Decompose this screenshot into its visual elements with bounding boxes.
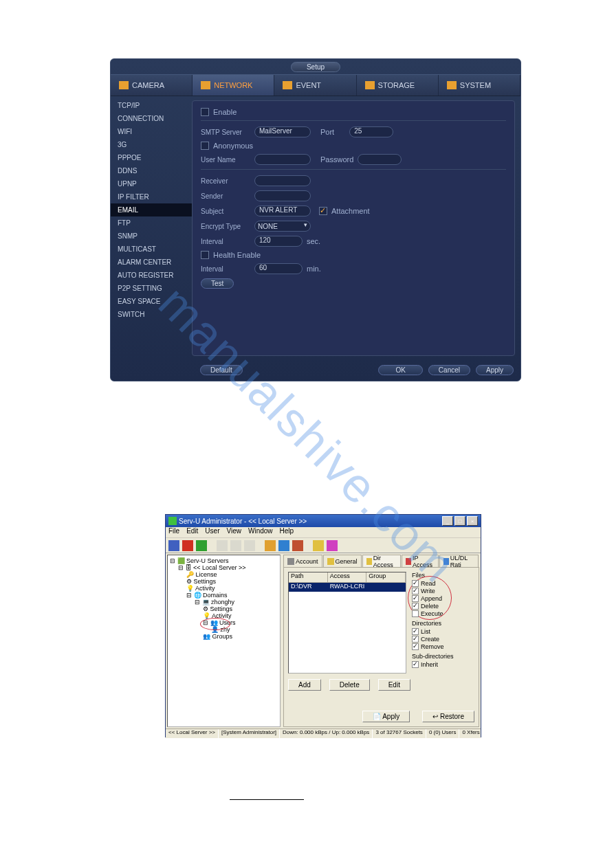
tab-system[interactable]: SYSTEM bbox=[439, 75, 520, 96]
sidebar-item-upnp[interactable]: UPNP bbox=[111, 177, 192, 190]
tree-activity[interactable]: 💡 Activity bbox=[170, 585, 278, 592]
execute-checkbox[interactable] bbox=[412, 610, 419, 617]
tree-settings[interactable]: ⚙ Settings bbox=[170, 578, 278, 585]
tree-groups[interactable]: 👥 Groups bbox=[170, 633, 278, 640]
sidebar-item-multicast[interactable]: MULTICAST bbox=[111, 243, 192, 256]
port-input[interactable]: 25 bbox=[349, 126, 393, 137]
write-checkbox[interactable] bbox=[412, 588, 419, 594]
sidebar-item-autoregister[interactable]: AUTO REGISTER bbox=[111, 269, 192, 282]
password-label: Password bbox=[320, 155, 353, 164]
create-checkbox[interactable] bbox=[412, 636, 419, 643]
col-path[interactable]: Path bbox=[289, 572, 328, 582]
tree-users[interactable]: ⊟ 👥 Users bbox=[170, 619, 278, 626]
paste-icon[interactable] bbox=[244, 540, 255, 551]
inherit-checkbox[interactable] bbox=[412, 661, 419, 668]
sidebar-item-3g[interactable]: 3G bbox=[111, 138, 192, 151]
key-icon[interactable] bbox=[313, 540, 324, 551]
attachment-checkbox[interactable] bbox=[319, 207, 327, 215]
delete-button[interactable]: Delete bbox=[329, 679, 370, 691]
cancel-button[interactable]: Cancel bbox=[428, 365, 470, 375]
cell-group bbox=[366, 583, 406, 592]
menu-window[interactable]: Window bbox=[248, 527, 273, 537]
interval2-input[interactable]: 60 bbox=[254, 263, 303, 274]
copy-icon[interactable] bbox=[230, 540, 241, 551]
tab-diraccess[interactable]: Dir Access bbox=[362, 555, 401, 567]
apply-button-servu[interactable]: 📄 Apply bbox=[362, 711, 410, 722]
tree-user1[interactable]: 👤 zhy bbox=[170, 626, 278, 633]
tab-general[interactable]: General bbox=[323, 555, 362, 567]
default-button[interactable]: Default bbox=[200, 365, 243, 375]
sidebar-item-p2p[interactable]: P2P SETTING bbox=[111, 282, 192, 295]
tree-localserver[interactable]: ⊟ 🗄 << Local Server >> bbox=[170, 564, 278, 571]
sender-input[interactable] bbox=[254, 190, 311, 201]
menu-help[interactable]: Help bbox=[280, 527, 294, 537]
col-group[interactable]: Group bbox=[366, 572, 406, 582]
tree-d-activity[interactable]: 💡 Activity bbox=[170, 612, 278, 619]
path-list[interactable]: Path Access Group D:\DVR RWAD-LCRI bbox=[288, 572, 406, 674]
info-icon[interactable] bbox=[278, 540, 289, 551]
interval1-input[interactable]: 120 bbox=[254, 236, 303, 247]
sidebar-item-snmp[interactable]: SNMP bbox=[111, 230, 192, 243]
sidebar-item-pppoe[interactable]: PPPOE bbox=[111, 151, 192, 164]
tab-event[interactable]: EVENT bbox=[274, 75, 356, 96]
delete-icon[interactable] bbox=[182, 540, 193, 551]
sidebar-item-ftp[interactable]: FTP bbox=[111, 216, 192, 230]
help-icon[interactable] bbox=[327, 540, 338, 551]
sidebar-item-wifi[interactable]: WIFI bbox=[111, 125, 192, 138]
menu-edit[interactable]: Edit bbox=[186, 527, 198, 537]
remove-checkbox[interactable] bbox=[412, 643, 419, 650]
sidebar-item-switch[interactable]: SWITCH bbox=[111, 308, 192, 321]
menu-file[interactable]: File bbox=[168, 527, 179, 537]
tree-domain1[interactable]: ⊟ 💻 zhonghy bbox=[170, 599, 278, 605]
servu-tree[interactable]: ⊟ 🟩 Serv-U Servers ⊟ 🗄 << Local Server >… bbox=[167, 555, 281, 727]
save-icon[interactable] bbox=[168, 540, 179, 551]
tab-network[interactable]: NETWORK bbox=[193, 75, 274, 96]
menu-view[interactable]: View bbox=[226, 527, 241, 537]
receiver-input[interactable] bbox=[254, 175, 311, 186]
health-checkbox[interactable] bbox=[201, 251, 209, 259]
restore-button[interactable]: ↩ Restore bbox=[422, 711, 474, 722]
delete-perm-checkbox[interactable] bbox=[412, 603, 419, 610]
tree-domains[interactable]: ⊟ 🌐 Domains bbox=[170, 592, 278, 599]
menu-user[interactable]: User bbox=[205, 527, 219, 537]
tab-uldl[interactable]: UL/DL Rati bbox=[439, 555, 479, 567]
wizard-icon[interactable] bbox=[265, 540, 276, 551]
encrypt-select[interactable]: NONE bbox=[254, 221, 311, 232]
tree-d-settings[interactable]: ⚙ Settings bbox=[170, 605, 278, 612]
sidebar-item-tcpip[interactable]: TCP/IP bbox=[111, 99, 192, 112]
close-button[interactable]: × bbox=[467, 516, 478, 526]
apply-button[interactable]: Apply bbox=[476, 365, 514, 375]
sidebar-item-alarmcenter[interactable]: ALARM CENTER bbox=[111, 256, 192, 269]
read-checkbox[interactable] bbox=[412, 580, 419, 587]
list-checkbox[interactable] bbox=[412, 628, 419, 635]
username-input[interactable] bbox=[254, 154, 311, 165]
edit-button[interactable]: Edit bbox=[378, 679, 410, 691]
sidebar-item-ipfilter[interactable]: IP FILTER bbox=[111, 190, 192, 203]
ok-button[interactable]: OK bbox=[378, 365, 422, 375]
tree-license[interactable]: 🔑 License bbox=[170, 571, 278, 578]
minimize-button[interactable]: _ bbox=[442, 516, 453, 526]
col-access[interactable]: Access bbox=[328, 572, 367, 582]
refresh-icon[interactable] bbox=[196, 540, 207, 551]
sidebar-item-connection[interactable]: CONNECTION bbox=[111, 112, 192, 125]
tab-camera[interactable]: CAMERA bbox=[111, 75, 193, 96]
cut-icon[interactable] bbox=[217, 540, 228, 551]
sidebar-item-email[interactable]: EMAIL bbox=[111, 203, 192, 216]
gear-icon[interactable] bbox=[292, 540, 303, 551]
sidebar-item-easyspace[interactable]: EASY SPACE bbox=[111, 295, 192, 308]
password-input[interactable] bbox=[358, 154, 402, 165]
subject-input[interactable]: NVR ALERT bbox=[254, 205, 311, 216]
enable-checkbox[interactable] bbox=[201, 108, 209, 116]
tab-storage[interactable]: STORAGE bbox=[357, 75, 439, 96]
append-checkbox[interactable] bbox=[412, 595, 419, 602]
test-button[interactable]: Test bbox=[201, 278, 234, 289]
smtp-server-input[interactable]: MailServer bbox=[254, 126, 311, 137]
tab-account[interactable]: Account bbox=[283, 555, 322, 567]
tree-root[interactable]: ⊟ 🟩 Serv-U Servers bbox=[170, 557, 278, 564]
add-button[interactable]: Add bbox=[288, 679, 321, 691]
anonymous-checkbox[interactable] bbox=[201, 142, 209, 150]
maximize-button[interactable]: □ bbox=[454, 516, 465, 526]
tab-ipaccess[interactable]: IP Access bbox=[402, 555, 439, 567]
list-row[interactable]: D:\DVR RWAD-LCRI bbox=[289, 583, 406, 592]
sidebar-item-ddns[interactable]: DDNS bbox=[111, 164, 192, 177]
